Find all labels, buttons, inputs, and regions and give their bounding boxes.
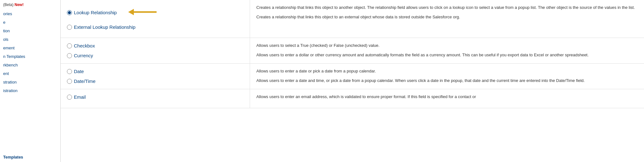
field-list: Lookup Relationship External Lookup Rela… (61, 0, 644, 162)
label-datetime[interactable]: Date/Time (74, 78, 96, 84)
sidebar-item-ols[interactable]: ols (0, 35, 60, 44)
label-lookup[interactable]: Lookup Relationship (74, 10, 117, 15)
sidebar-item-ement[interactable]: ement (0, 44, 60, 52)
svg-marker-1 (128, 9, 134, 15)
desc-datetime: Allows users to enter a date and time, o… (256, 78, 638, 84)
desc-date: Allows users to enter a date or pick a d… (256, 68, 638, 74)
main-content: Lookup Relationship External Lookup Rela… (61, 0, 644, 162)
field-row-date-datetime: Date Date/Time Allows users to enter a d… (61, 64, 644, 89)
desc-checkbox: Allows users to select a True (checked) … (256, 42, 638, 49)
radio-option-datetime[interactable]: Date/Time (67, 78, 243, 84)
sidebar-item-templates-bottom[interactable]: Templates (0, 152, 60, 162)
desc-external-lookup: Creates a relationship that links this o… (256, 14, 638, 20)
sidebar-header: (Beta) New! (0, 0, 60, 9)
field-row-lookup: Lookup Relationship External Lookup Rela… (61, 0, 644, 38)
label-email[interactable]: Email (74, 94, 86, 100)
label-currency[interactable]: Currency (74, 53, 93, 58)
sidebar-item-istration[interactable]: istration (0, 86, 60, 95)
radio-date[interactable] (67, 69, 72, 74)
sidebar: (Beta) New! ories e tion ols ement n Tem… (0, 0, 61, 162)
radio-currency[interactable] (67, 53, 72, 58)
radio-email[interactable] (67, 95, 72, 100)
radio-external-lookup[interactable] (67, 25, 72, 30)
sidebar-item-tion[interactable]: tion (0, 27, 60, 35)
new-badge: New! (15, 3, 24, 7)
field-options-date-datetime: Date Date/Time (61, 64, 250, 89)
arrow-annotation (122, 5, 160, 20)
radio-lookup[interactable] (67, 10, 72, 15)
field-options-lookup: Lookup Relationship External Lookup Rela… (61, 0, 250, 38)
label-external-lookup[interactable]: External Lookup Relationship (74, 24, 135, 30)
field-desc-date-datetime: Allows users to enter a date or pick a d… (250, 64, 644, 89)
radio-datetime[interactable] (67, 79, 72, 84)
sidebar-item-stration[interactable]: stration (0, 78, 60, 86)
field-desc-email: Allows users to enter an email address, … (250, 89, 644, 108)
field-options-checkbox-currency: Checkbox Currency (61, 38, 250, 63)
desc-email: Allows users to enter an email address, … (256, 94, 638, 100)
label-checkbox[interactable]: Checkbox (74, 43, 95, 48)
sidebar-item-templates[interactable]: n Templates (0, 52, 60, 61)
label-date[interactable]: Date (74, 69, 84, 74)
sidebar-item-e[interactable]: e (0, 18, 60, 27)
field-desc-lookup: Creates a relationship that links this o… (250, 0, 644, 38)
sidebar-item-rkbench[interactable]: rkbench (0, 61, 60, 69)
desc-lookup: Creates a relationship that links this o… (256, 4, 638, 11)
radio-option-email[interactable]: Email (67, 94, 243, 100)
beta-text: (Beta) (3, 3, 14, 7)
radio-option-currency[interactable]: Currency (67, 53, 243, 58)
arrow-icon (122, 5, 160, 19)
field-row-email: Email Allows users to enter an email add… (61, 89, 644, 108)
radio-checkbox[interactable] (67, 43, 72, 48)
radio-option-lookup[interactable]: Lookup Relationship (67, 5, 243, 20)
radio-option-checkbox[interactable]: Checkbox (67, 43, 243, 48)
field-desc-checkbox-currency: Allows users to select a True (checked) … (250, 38, 644, 63)
radio-option-date[interactable]: Date (67, 69, 243, 74)
field-options-email: Email (61, 89, 250, 108)
desc-currency: Allows users to enter a dollar or other … (256, 52, 638, 58)
field-row-checkbox-currency: Checkbox Currency Allows users to select… (61, 38, 644, 64)
radio-option-external-lookup[interactable]: External Lookup Relationship (67, 24, 243, 30)
sidebar-item-ories[interactable]: ories (0, 9, 60, 18)
sidebar-item-ent[interactable]: ent (0, 69, 60, 78)
